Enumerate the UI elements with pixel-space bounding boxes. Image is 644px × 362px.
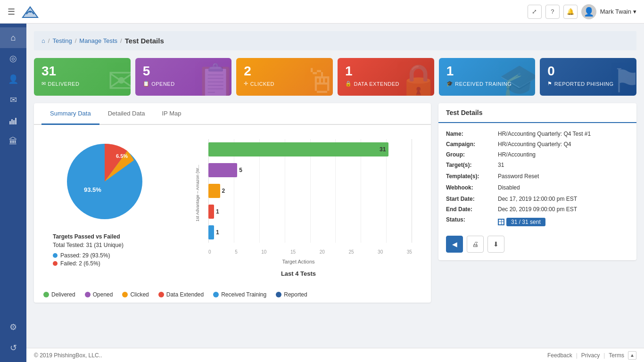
breadcrumb-home[interactable]: ⌂ xyxy=(41,37,45,44)
failed-label: Failed: 2 (6.5%) xyxy=(60,260,100,267)
svg-rect-6 xyxy=(15,118,17,124)
detail-webhook-label: Webhook: xyxy=(446,184,498,191)
stat-card-data-extended[interactable]: 1 🔒DATA EXTENDED 🔒 xyxy=(338,58,434,96)
legend-dot-clicked xyxy=(122,292,128,297)
page-title: Test Details xyxy=(125,37,164,45)
sidebar-item-radar[interactable]: ◎ xyxy=(0,48,26,69)
opened-label: 📋OPENED xyxy=(143,81,224,87)
main-content: ⌂ / Testing / Manage Tests / Test Detail… xyxy=(26,24,644,362)
status-badge: 31 / 31 sent xyxy=(498,216,545,226)
bar-value-4: 1 xyxy=(216,208,219,215)
svg-point-2 xyxy=(29,11,31,13)
user-menu[interactable]: Mark Twain ▾ xyxy=(600,8,636,15)
detail-template-row: Template(s): Password Reset xyxy=(446,173,629,180)
sidebar-item-refresh[interactable]: ↺ xyxy=(0,337,26,358)
pie-chart: 93.5% 6.5% xyxy=(58,134,152,229)
detail-targets-label: Target(s): xyxy=(446,162,498,168)
legend-label-opened: Opened xyxy=(93,291,113,298)
print-button[interactable]: 🖨 xyxy=(467,236,484,253)
x-tick-35: 35 xyxy=(407,249,412,255)
legend-reported: Reported xyxy=(276,291,307,298)
sidebar-item-home[interactable]: ⌂ xyxy=(0,27,26,48)
chart-area: 93.5% 6.5% Targets Passed vs Failed Tota… xyxy=(34,125,431,287)
bar-fill-2 xyxy=(208,163,237,177)
legend-dot-data-extended xyxy=(158,292,164,297)
action-buttons: ◀ 🖨 ⬇ xyxy=(446,236,629,253)
detail-campaign-row: Campaign: HR/Accounting Quarterly: Q4 xyxy=(446,141,629,148)
sidebar-item-campaigns[interactable]: 🏛 xyxy=(0,131,26,152)
last-tests-title: Last 4 Tests xyxy=(175,270,421,277)
hamburger-menu[interactable]: ☰ xyxy=(8,7,15,17)
breadcrumb-testing[interactable]: Testing xyxy=(52,37,72,44)
pie-stats: Targets Passed vs Failed Total Tested: 3… xyxy=(43,229,166,273)
sidebar-item-reports[interactable] xyxy=(0,110,26,131)
stat-card-opened[interactable]: 5 📋OPENED 📋 xyxy=(135,58,232,96)
bar-row-5: 1 xyxy=(208,225,412,239)
stat-card-clicked[interactable]: 2 ✛CLICKED 🖱 xyxy=(236,58,333,96)
scroll-up-button[interactable]: ▲ xyxy=(628,351,636,360)
top-navigation: ☰ ⤢ ? 🔔 👤 Mark Twain ▾ xyxy=(0,0,644,24)
detail-template-label: Template(s): xyxy=(446,173,498,180)
stat-card-delivered[interactable]: 31 ✉DELIVERED ✉ xyxy=(34,58,131,96)
legend-training: Received Training xyxy=(213,291,266,298)
x-tick-30: 30 xyxy=(378,249,383,255)
footer-feedback[interactable]: Feedback xyxy=(547,352,572,359)
sidebar-item-settings[interactable]: ⚙ xyxy=(0,317,26,337)
x-axis-ticks: 0 5 10 15 20 25 30 35 xyxy=(208,249,412,255)
stat-card-reported[interactable]: 0 ⚑REPORTED PHISHING ⚑ xyxy=(540,58,636,96)
pie-stat-failed: Failed: 2 (6.5%) xyxy=(53,260,157,267)
x-tick-25: 25 xyxy=(348,249,354,255)
legend-dot-reported xyxy=(276,292,281,297)
data-extended-label: 🔒DATA EXTENDED xyxy=(345,81,427,87)
bar-fill-3 xyxy=(208,184,220,198)
bar-row-4: 1 xyxy=(208,205,412,219)
breadcrumb-manage-tests[interactable]: Manage Tests xyxy=(79,37,117,44)
tab-ipmap[interactable]: IP Map xyxy=(153,103,190,125)
footer-sep-2: | xyxy=(603,352,605,359)
sidebar-item-mail[interactable]: ✉ xyxy=(0,90,26,110)
bar-fill-5 xyxy=(208,225,214,239)
sidebar-item-users[interactable]: 👤 xyxy=(0,69,26,90)
pie-label-blue: 93.5% xyxy=(84,186,101,193)
pie-stats-subtitle: Total Tested: 31 (31 Unique) xyxy=(53,242,157,248)
footer-privacy[interactable]: Privacy xyxy=(581,352,600,359)
user-avatar: 👤 xyxy=(581,4,596,19)
detail-webhook-row: Webhook: Disabled xyxy=(446,184,629,191)
breadcrumb-sep-3: / xyxy=(120,37,122,44)
expand-icon-btn[interactable]: ⤢ xyxy=(528,5,542,19)
legend-label-clicked: Clicked xyxy=(130,291,149,298)
legend-dot-delivered xyxy=(43,292,49,297)
footer-sep-1: | xyxy=(576,352,578,359)
x-tick-20: 20 xyxy=(320,249,325,255)
download-button[interactable]: ⬇ xyxy=(487,236,504,253)
detail-status-row: Status: 31 / 31 sent xyxy=(446,216,629,226)
detail-start-date-row: Start Date: Dec 17, 2019 12:00:00 pm EST xyxy=(446,196,629,202)
tab-summary[interactable]: Summary Data xyxy=(41,103,99,125)
app-logo[interactable] xyxy=(21,5,40,19)
detail-targets-row: Target(s): 31 xyxy=(446,162,629,168)
clicked-count: 2 xyxy=(244,65,325,78)
tabs-main: Summary Data Detailed Data IP Map xyxy=(34,103,431,303)
breadcrumb: ⌂ / Testing / Manage Tests / Test Detail… xyxy=(34,31,636,50)
x-tick-0: 0 xyxy=(208,249,211,255)
legend-dot-training xyxy=(213,292,219,297)
help-icon-btn[interactable]: ? xyxy=(545,5,560,19)
tab-detailed[interactable]: Detailed Data xyxy=(99,103,154,125)
bell-icon-btn[interactable]: 🔔 xyxy=(563,5,578,19)
test-details-panel-wrapper: Test Details Name: HR/Accounting Quarter… xyxy=(438,103,636,260)
detail-name-value: HR/Accounting Quarterly: Q4 Test #1 xyxy=(498,131,591,137)
footer-terms[interactable]: Terms xyxy=(609,352,624,359)
back-button[interactable]: ◀ xyxy=(446,236,463,253)
x-axis-label: Target Actions xyxy=(175,259,421,264)
tabs-header: Summary Data Detailed Data IP Map xyxy=(34,103,431,125)
stat-card-training[interactable]: 1 🎓RECEIVED TRAINING 🎓 xyxy=(439,58,536,96)
delivered-label: ✉DELIVERED xyxy=(41,81,123,87)
content-area: Summary Data Detailed Data IP Map xyxy=(34,103,636,303)
dropdown-icon: ▾ xyxy=(633,8,636,15)
detail-group-label: Group: xyxy=(446,151,498,158)
footer-copyright: © 2019 PhishingBox, LLC.. xyxy=(34,352,102,359)
legend-label-training: Received Training xyxy=(221,291,266,298)
bar-value-1: 31 xyxy=(380,146,386,153)
legend-dot-opened xyxy=(85,292,91,297)
detail-group-row: Group: HR/Accounting xyxy=(446,151,629,158)
